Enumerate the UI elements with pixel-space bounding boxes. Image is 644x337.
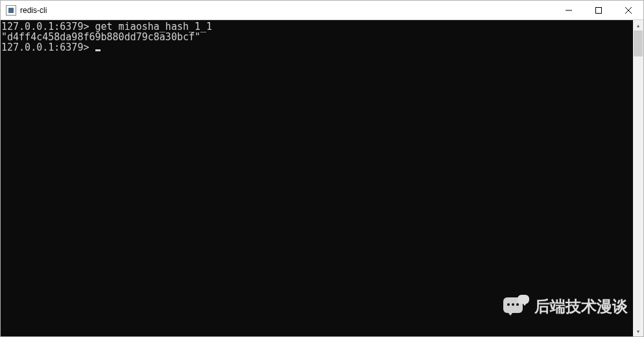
vertical-scrollbar[interactable]: ▴ ▾ [633, 20, 643, 336]
scroll-down-button[interactable]: ▾ [633, 326, 643, 336]
cursor [95, 49, 101, 51]
close-button[interactable] [614, 1, 643, 19]
maximize-button[interactable] [584, 1, 614, 19]
prompt: 127.0.0.1:6379> [1, 42, 89, 53]
app-icon [6, 5, 16, 16]
svg-rect-1 [596, 7, 602, 13]
titlebar[interactable]: redis-cli [1, 1, 643, 20]
app-window: redis-cli 127.0.0.1:6379> get miaosha_ha… [0, 0, 644, 337]
terminal-area: 127.0.0.1:6379> get miaosha_hash_1_1 "d4… [1, 20, 643, 336]
window-controls [554, 1, 643, 19]
scroll-up-button[interactable]: ▴ [633, 20, 643, 31]
terminal[interactable]: 127.0.0.1:6379> get miaosha_hash_1_1 "d4… [1, 20, 633, 336]
minimize-button[interactable] [554, 1, 584, 19]
window-title: redis-cli [20, 6, 47, 15]
scroll-thumb[interactable] [634, 31, 643, 56]
